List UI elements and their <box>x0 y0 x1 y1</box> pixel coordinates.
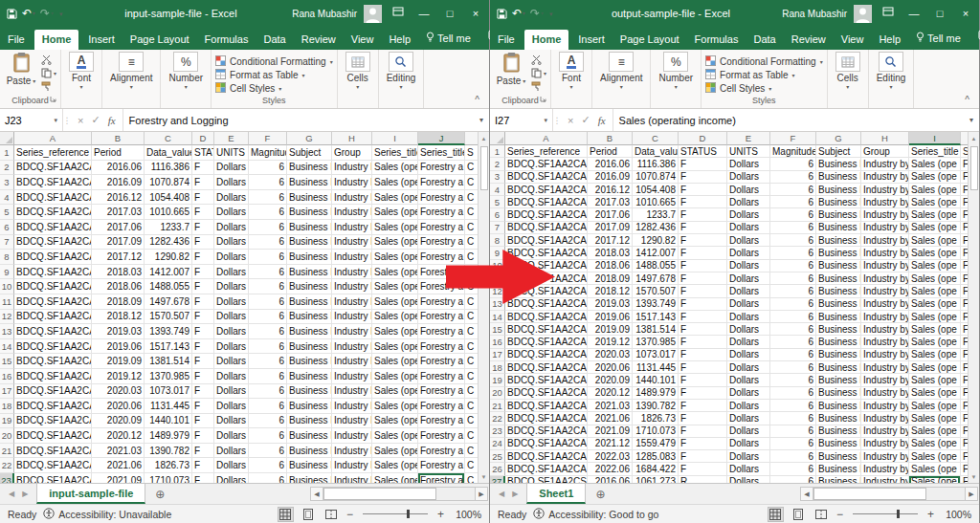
row-header[interactable]: 16 <box>0 369 14 384</box>
close-button[interactable]: × <box>956 0 975 27</box>
cell[interactable]: 1497.678 <box>145 294 192 310</box>
cell[interactable]: 1073.017 <box>633 349 679 361</box>
cell[interactable]: Forestry a <box>418 190 465 206</box>
cell[interactable]: 1054.408 <box>145 190 192 206</box>
cell[interactable]: Industry b <box>332 310 372 325</box>
zoom-level[interactable]: 100% <box>941 509 971 520</box>
editing-button[interactable]: Editing▾ <box>873 52 910 90</box>
cell[interactable]: Sales (ope <box>372 369 418 384</box>
cell[interactable]: Sales (ope <box>909 208 961 221</box>
cell[interactable]: Industry by <box>861 323 909 336</box>
cell[interactable]: 6 <box>770 400 816 412</box>
cell[interactable]: Dollars <box>727 247 770 259</box>
cell[interactable]: Business D <box>816 400 861 412</box>
cell[interactable]: 1116.386 <box>633 158 679 170</box>
cell[interactable]: 1570.507 <box>145 310 192 325</box>
format-as-table-button[interactable]: Format as Table▾ <box>705 69 795 81</box>
cell[interactable]: 2021.03 <box>92 444 145 459</box>
cell[interactable]: C <box>465 310 479 325</box>
cells-button[interactable]: Cells▾ <box>832 52 864 90</box>
column-header-E[interactable]: E <box>214 132 249 145</box>
sheet-tab[interactable]: input-sample-file <box>36 484 145 504</box>
cell[interactable]: C <box>465 161 479 176</box>
row-header[interactable]: 18 <box>490 361 505 374</box>
format-as-table-button[interactable]: Format as Table▾ <box>215 69 305 81</box>
cell[interactable]: 2019.06 <box>92 339 145 355</box>
cut-icon[interactable] <box>531 54 546 65</box>
cell[interactable]: BDCQ.SF1AA2CA <box>14 279 92 294</box>
column-header-G[interactable]: G <box>816 132 861 145</box>
column-header-G[interactable]: G <box>287 132 332 145</box>
cancel-icon[interactable]: × <box>78 115 83 126</box>
clipboard-dialog-launcher-icon[interactable] <box>540 94 546 106</box>
cell[interactable]: Sales (ope <box>372 205 418 220</box>
cell[interactable]: Business D <box>816 374 861 386</box>
cell[interactable]: 6 <box>770 247 816 259</box>
cell[interactable]: Industry by <box>861 285 909 297</box>
cell[interactable]: 6 <box>770 171 816 184</box>
cell[interactable]: 2021.12 <box>588 438 633 450</box>
cell[interactable]: 6 <box>770 349 816 361</box>
zoom-out-icon[interactable]: − <box>346 508 353 521</box>
cell[interactable]: 1131.445 <box>633 361 679 374</box>
cell[interactable]: Dollars <box>214 310 249 325</box>
cell[interactable]: Sales (ope <box>372 250 418 265</box>
cell[interactable]: Sales (ope <box>909 171 961 184</box>
cell[interactable]: F <box>192 279 214 294</box>
cell[interactable]: Business D <box>816 438 861 450</box>
cell[interactable]: 1489.979 <box>145 428 192 444</box>
cell[interactable]: Magnitude <box>770 145 816 158</box>
vertical-scroll-thumb[interactable] <box>480 146 488 190</box>
cell[interactable]: C <box>465 175 479 190</box>
cell[interactable]: Sales (ope <box>909 400 961 412</box>
cell[interactable]: 2021.03 <box>588 400 633 412</box>
undo-icon[interactable]: ↶▾ <box>22 8 35 19</box>
cell[interactable]: Sales (ope <box>909 260 961 272</box>
cell[interactable]: 2017.12 <box>92 250 145 265</box>
cell[interactable]: Business D <box>816 450 861 463</box>
cell[interactable]: F <box>192 354 214 369</box>
cell[interactable]: 6 <box>249 310 287 325</box>
cell[interactable]: 1826.73 <box>145 458 192 473</box>
cell[interactable]: Sales (ope <box>909 298 961 311</box>
cell[interactable]: Sales (ope <box>372 458 418 473</box>
cell[interactable]: C <box>465 235 479 251</box>
cell[interactable]: 1054.408 <box>633 184 679 196</box>
cell[interactable]: Dollars <box>727 361 770 374</box>
scroll-down-icon[interactable]: ▼ <box>481 470 487 483</box>
minimize-button[interactable]: — <box>904 0 924 27</box>
row-header[interactable]: 20 <box>0 428 14 444</box>
cell[interactable]: 6 <box>249 444 287 459</box>
cell[interactable]: Sales (ope <box>909 222 961 234</box>
cell[interactable]: 1370.985 <box>145 369 192 384</box>
cell[interactable]: Dollars <box>727 234 770 247</box>
cell[interactable]: F <box>679 208 727 221</box>
cell[interactable]: BDCQ.SF1AA2CA <box>505 400 588 412</box>
cell[interactable]: 1381.514 <box>633 323 679 336</box>
tab-formulas[interactable]: Formulas <box>197 30 256 50</box>
cell[interactable]: Dollars <box>727 450 770 463</box>
cell[interactable]: BDCQ.SF1AA2CA <box>14 414 92 429</box>
cell[interactable]: C <box>465 205 479 220</box>
cell[interactable]: C <box>465 399 479 414</box>
cell[interactable]: 2022.03 <box>588 450 633 463</box>
column-header-F[interactable]: F <box>249 132 287 145</box>
worksheet-grid[interactable]: ▲ ▼ ABCDEFGHI1Series_referencePeriodData… <box>490 132 979 483</box>
cell[interactable]: Dollars <box>727 158 770 170</box>
cell[interactable]: 2020.12 <box>92 428 145 444</box>
cell[interactable]: Industry b <box>332 414 372 429</box>
scroll-left-icon[interactable]: ◀ <box>310 487 323 501</box>
tab-file[interactable]: File <box>0 30 33 50</box>
cell[interactable]: Sales (ope <box>909 336 961 348</box>
cell[interactable]: Dollars <box>727 425 770 438</box>
cell[interactable]: 6 <box>249 473 287 483</box>
row-header[interactable]: 7 <box>0 235 14 251</box>
cell[interactable]: Dollars <box>727 196 770 208</box>
cell[interactable]: F <box>679 184 727 196</box>
cell[interactable]: 2020.03 <box>588 349 633 361</box>
cell[interactable]: Period <box>588 145 633 158</box>
cell[interactable]: F <box>679 234 727 247</box>
cell[interactable]: Industry b <box>332 279 372 294</box>
scroll-down-icon[interactable]: ▼ <box>971 470 977 483</box>
user-name[interactable]: Rana Mubashir <box>292 9 357 19</box>
